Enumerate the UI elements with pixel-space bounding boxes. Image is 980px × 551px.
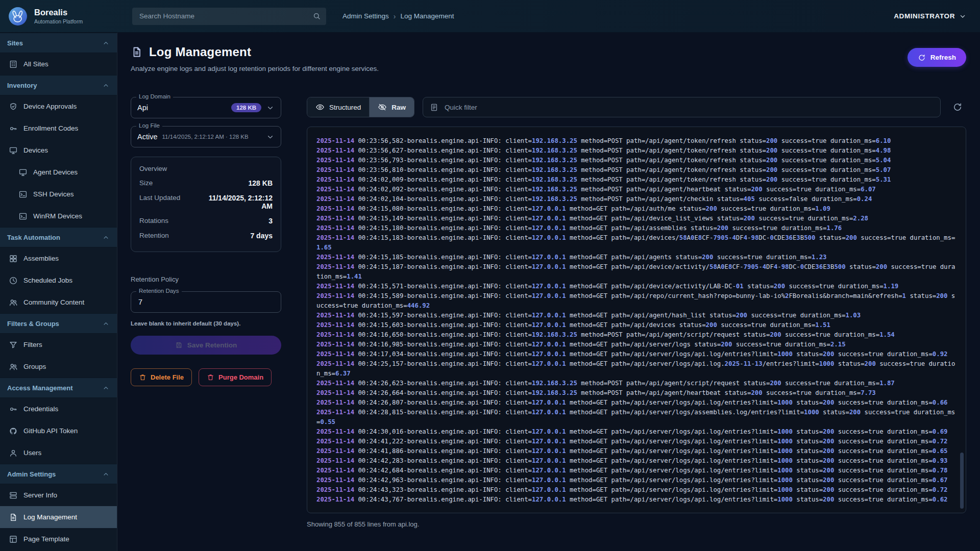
overview-rows: Size128 KBLast Updated11/14/2025, 2:12:1… <box>139 179 273 240</box>
log-line: 2025-11-14 00:24:15,597-borealis.engine.… <box>316 311 959 320</box>
overview-row: Last Updated11/14/2025, 2:12:12 AM <box>139 194 273 210</box>
refresh-icon <box>952 102 963 112</box>
sidebar-item-users[interactable]: Users <box>0 442 117 464</box>
sidebar-section-admin-settings[interactable]: Admin Settings <box>0 464 117 484</box>
log-line: 2025-11-14 00:23:56,793-borealis.engine.… <box>316 156 959 165</box>
retention-policy-title: Retention Policy <box>131 276 281 283</box>
log-count-footer: Showing 855 of 855 lines from api.log. <box>307 520 966 528</box>
purge-domain-button[interactable]: Purge Domain <box>199 368 272 386</box>
log-line: 2025-11-14 00:24:15,183-borealis.engine.… <box>316 233 959 253</box>
sidebar-item-scheduled-jobs[interactable]: Scheduled Jobs <box>0 269 117 291</box>
log-line: 2025-11-14 00:24:15,571-borealis.engine.… <box>316 282 959 291</box>
sidebar-item-server-info[interactable]: Server Info <box>0 484 117 506</box>
github-icon <box>9 427 18 436</box>
user-menu[interactable]: ADMINISTRATOR <box>894 12 967 20</box>
sidebar-item-enrollment-codes[interactable]: Enrollment Codes <box>0 117 117 139</box>
sidebar-item-winrm-devices[interactable]: WinRM Devices <box>0 205 117 227</box>
view-mode-toggle: Structured Raw <box>307 97 414 117</box>
brand-tagline: Automation Platform <box>34 18 83 24</box>
users-icon <box>9 298 18 307</box>
log-scrollbar[interactable] <box>960 453 964 509</box>
terminal-icon <box>18 190 28 199</box>
sidebar-section-task-automation[interactable]: Task Automation <box>0 227 117 247</box>
log-output[interactable]: 2025-11-14 00:23:56,582-borealis.engine.… <box>307 127 966 513</box>
sidebar-item-devices[interactable]: Devices <box>0 139 117 161</box>
clock-icon <box>9 276 18 285</box>
log-lines: 2025-11-14 00:23:56,582-borealis.engine.… <box>316 136 959 505</box>
log-line: 2025-11-14 00:23:56,810-borealis.engine.… <box>316 165 959 175</box>
eye-icon <box>315 103 325 112</box>
log-line: 2025-11-14 00:24:15,080-borealis.engine.… <box>316 204 959 214</box>
quick-filter[interactable] <box>423 97 941 117</box>
refresh-button[interactable]: Refresh <box>908 48 966 67</box>
log-line: 2025-11-14 00:24:15,185-borealis.engine.… <box>316 253 959 262</box>
refresh-icon <box>918 54 926 62</box>
server-icon <box>9 491 18 500</box>
sidebar-item-credentials[interactable]: Credentials <box>0 398 117 420</box>
sidebar-item-ssh-devices[interactable]: SSH Devices <box>0 183 117 205</box>
log-document-icon <box>131 46 143 58</box>
log-line: 2025-11-14 00:24:28,815-borealis.engine.… <box>316 408 959 427</box>
chevron-down-icon <box>266 104 275 112</box>
retention-days-label: Retention Days <box>136 288 182 294</box>
sidebar-item-github-api-token[interactable]: GitHub API Token <box>0 420 117 442</box>
monitor-icon <box>18 168 28 177</box>
page-title: Log Management <box>149 45 251 59</box>
trash-icon <box>207 373 214 381</box>
sidebar-item-page-template[interactable]: Page Template <box>0 528 117 550</box>
retention-days-field[interactable]: Retention Days <box>131 291 281 313</box>
log-line: 2025-11-14 00:24:16,650-borealis.engine.… <box>316 330 959 340</box>
delete-file-button[interactable]: Delete File <box>131 368 192 386</box>
sidebar-item-community-content[interactable]: Community Content <box>0 291 117 313</box>
log-line: 2025-11-14 00:24:15,180-borealis.engine.… <box>316 223 959 233</box>
layout-icon <box>9 535 18 544</box>
log-line: 2025-11-14 00:23:56,627-borealis.engine.… <box>316 146 959 156</box>
sidebar-section-inventory[interactable]: Inventory <box>0 75 117 95</box>
sidebar-item-assemblies[interactable]: Assemblies <box>0 247 117 269</box>
chevron-down-icon <box>266 133 275 141</box>
main-content: Log Management Analyze engine logs and a… <box>117 33 980 551</box>
sidebar-item-groups[interactable]: Groups <box>0 356 117 378</box>
chevron-up-icon <box>102 470 110 478</box>
structured-view-button[interactable]: Structured <box>307 97 369 117</box>
eye-off-icon <box>378 103 387 112</box>
page-subtitle: Analyze engine logs and adjust log reten… <box>131 65 379 72</box>
log-line: 2025-11-14 00:24:30,016-borealis.engine.… <box>316 427 959 437</box>
trash-icon <box>139 373 146 381</box>
log-file-value: Active <box>137 133 158 141</box>
shield-check-icon <box>9 102 18 111</box>
raw-view-button[interactable]: Raw <box>369 97 414 117</box>
save-retention-button[interactable]: Save Retention <box>131 336 281 355</box>
sidebar-item-filters[interactable]: Filters <box>0 334 117 356</box>
breadcrumb-log-management[interactable]: Log Management <box>400 12 454 20</box>
log-line: 2025-11-14 00:24:25,157-borealis.engine.… <box>316 359 959 379</box>
chevron-up-icon <box>102 384 110 392</box>
sidebar-section-sites[interactable]: Sites <box>0 33 117 53</box>
brand-name: Borealis <box>34 8 83 17</box>
hostname-search-input[interactable] <box>138 12 312 20</box>
sidebar-item-all-sites[interactable]: All Sites <box>0 53 117 75</box>
quick-filter-input[interactable] <box>444 103 934 112</box>
sidebar-item-log-management[interactable]: Log Management <box>0 506 117 528</box>
log-line: 2025-11-14 00:24:17,034-borealis.engine.… <box>316 349 959 359</box>
log-refresh-button[interactable] <box>949 98 966 116</box>
sidebar-item-device-approvals[interactable]: Device Approvals <box>0 95 117 117</box>
breadcrumb-admin-settings[interactable]: Admin Settings <box>342 12 389 20</box>
hostname-search[interactable] <box>132 8 326 25</box>
log-file-select[interactable]: Log File Active 11/14/2025, 2:12:12 AM ·… <box>131 126 281 147</box>
chevron-down-icon <box>959 12 967 20</box>
log-domain-label: Log Domain <box>136 93 173 99</box>
log-domain-select[interactable]: Log Domain Api 128 KB <box>131 97 281 118</box>
overview-row: Rotations3 <box>139 217 273 225</box>
overview-card: Overview Size128 KBLast Updated11/14/202… <box>131 157 281 252</box>
log-line: 2025-11-14 00:24:26,807-borealis.engine.… <box>316 398 959 408</box>
sidebar-nav: SitesAll SitesInventoryDevice ApprovalsE… <box>0 33 117 551</box>
chevron-up-icon <box>102 39 110 47</box>
page-header: Log Management Analyze engine logs and a… <box>131 33 966 72</box>
sidebar-item-agent-devices[interactable]: Agent Devices <box>0 161 117 183</box>
sidebar-section-access-management[interactable]: Access Management <box>0 378 117 398</box>
log-line: 2025-11-14 00:24:41,886-borealis.engine.… <box>316 446 959 456</box>
retention-days-input[interactable] <box>137 297 275 307</box>
sidebar-section-filters-groups[interactable]: Filters & Groups <box>0 313 117 334</box>
log-line: 2025-11-14 00:23:56,582-borealis.engine.… <box>316 136 959 146</box>
